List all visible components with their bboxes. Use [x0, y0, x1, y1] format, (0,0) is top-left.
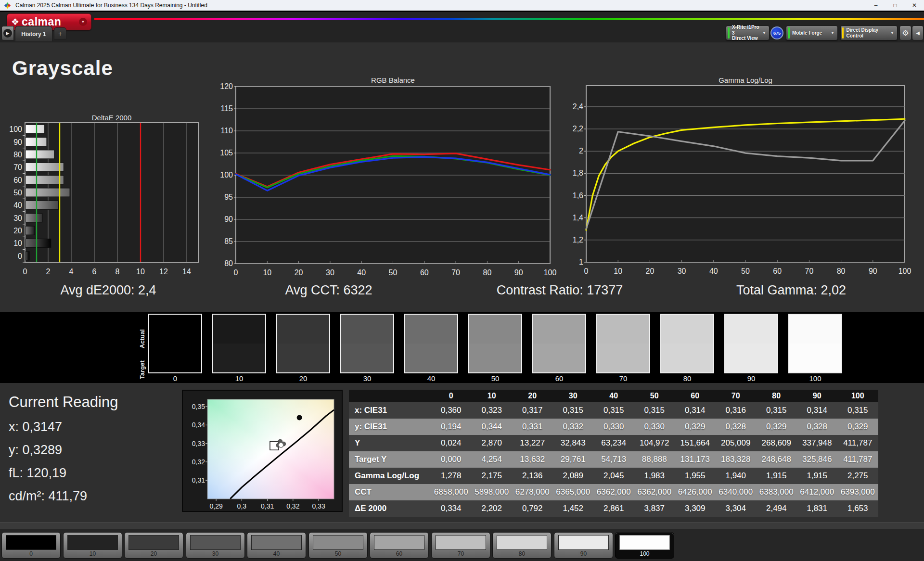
- total-gamma-stat: Total Gamma: 2,02: [736, 283, 846, 298]
- svg-text:10: 10: [263, 268, 271, 277]
- svg-text:50: 50: [389, 268, 398, 277]
- table-cell: 6426,000: [675, 484, 716, 500]
- patch-color-swatch: [67, 535, 118, 550]
- patch-button-80[interactable]: 80: [492, 532, 552, 559]
- svg-text:6: 6: [92, 268, 97, 276]
- patch-button-70[interactable]: 70: [431, 532, 490, 559]
- minimize-button[interactable]: –: [866, 0, 886, 11]
- table-col-header: 100: [837, 390, 878, 402]
- chevron-down-icon: ▼: [762, 31, 766, 35]
- actual-swatch-half: [149, 315, 201, 344]
- chevron-down-icon: ▼: [831, 31, 834, 35]
- table-row: x: CIE310,3600,3230,3170,3150,3150,3150,…: [349, 402, 878, 419]
- tab-scroll-button[interactable]: ▶: [1, 26, 14, 40]
- svg-text:0,31: 0,31: [192, 476, 205, 484]
- contrast-ratio-stat: Contrast Ratio: 17377: [497, 283, 623, 298]
- page-title: Grayscale: [12, 57, 113, 80]
- patch-button-20[interactable]: 20: [124, 532, 183, 559]
- table-row-label: ΔE 2000: [349, 500, 431, 517]
- current-reading-title: Current Reading: [9, 394, 118, 411]
- patch-button-0[interactable]: 0: [1, 532, 61, 559]
- titlebar: Calman 2025 Calman Ultimate for Business…: [0, 0, 924, 11]
- svg-text:14: 14: [182, 268, 191, 276]
- table-corner-cell: [349, 390, 431, 402]
- svg-text:70: 70: [451, 268, 460, 277]
- patch-button-100[interactable]: 100: [615, 532, 674, 559]
- svg-text:1,4: 1,4: [573, 214, 583, 222]
- swatch-level-label: 80: [660, 374, 714, 382]
- table-cell: 268,609: [756, 435, 797, 451]
- patch-button-label: 70: [432, 550, 490, 557]
- table-cell: 2,494: [756, 500, 797, 517]
- svg-text:1: 1: [579, 258, 583, 266]
- table-cell: 0,332: [553, 419, 594, 435]
- table-cell: 1,915: [797, 468, 838, 484]
- table-cell: 2,870: [472, 435, 513, 451]
- table-row-label: Y: [349, 435, 431, 451]
- display-control-label: Direct Display Control: [846, 27, 890, 38]
- table-cell: 6365,000: [553, 484, 594, 500]
- table-cell: 0,317: [512, 402, 553, 419]
- table-cell: 2,136: [512, 468, 553, 484]
- table-col-header: 10: [472, 390, 513, 402]
- patch-button-60[interactable]: 60: [370, 532, 429, 559]
- grayscale-swatch-60: [532, 314, 586, 373]
- table-col-header: 30: [553, 390, 594, 402]
- table-row: Target Y0,0004,25413,63229,76154,71388,8…: [349, 451, 878, 468]
- table-cell: 325,846: [797, 451, 838, 468]
- patch-button-label: 40: [247, 550, 306, 557]
- target-swatch-half: [597, 344, 649, 372]
- meter-dropdown[interactable]: X-Rite i1Pro 3Direct View ▼: [726, 26, 770, 40]
- svg-text:40: 40: [357, 268, 366, 277]
- svg-text:50: 50: [741, 267, 750, 275]
- patch-button-label: 0: [2, 550, 60, 557]
- table-cell: 13,632: [512, 451, 553, 468]
- svg-text:1,2: 1,2: [573, 236, 583, 244]
- settings-button[interactable]: ⚙: [899, 26, 911, 40]
- table-cell: 1,278: [431, 468, 472, 484]
- table-cell: 1,831: [797, 500, 838, 517]
- display-control-dropdown[interactable]: Direct Display Control ▼: [840, 26, 898, 40]
- tab-history-1[interactable]: History 1: [15, 26, 52, 41]
- table-cell: 0,315: [756, 402, 797, 419]
- table-cell: 6412,000: [797, 484, 838, 500]
- svg-text:10: 10: [614, 267, 622, 275]
- table-cell: 63,234: [593, 435, 634, 451]
- swatch-level-label: 40: [404, 374, 458, 382]
- close-button[interactable]: ✕: [905, 0, 924, 11]
- svg-text:0,29: 0,29: [209, 502, 222, 510]
- svg-text:100: 100: [898, 267, 911, 275]
- patch-button-30[interactable]: 30: [186, 532, 245, 559]
- table-cell: 0,323: [472, 402, 513, 419]
- table-cell: 5898,000: [472, 484, 513, 500]
- table-cell: 4,254: [472, 451, 513, 468]
- patch-color-swatch: [558, 535, 609, 550]
- grayscale-swatch-0: [148, 314, 202, 373]
- patch-color-swatch: [251, 535, 302, 550]
- grayscale-swatch-20: [276, 314, 330, 373]
- patch-button-10[interactable]: 10: [63, 532, 122, 559]
- app-icon: [4, 2, 11, 9]
- table-cell: 2,202: [472, 500, 513, 517]
- table-cell: 411,787: [837, 451, 878, 468]
- table-cell: 131,173: [675, 451, 716, 468]
- table-cell: 0,330: [634, 419, 675, 435]
- patch-button-90[interactable]: 90: [554, 532, 613, 559]
- table-cell: 2,045: [593, 468, 634, 484]
- collapse-panel-button[interactable]: ◀: [912, 26, 924, 40]
- table-row: Y0,0242,87013,22732,84363,234104,972151,…: [349, 435, 878, 451]
- target-swatch-half: [725, 344, 777, 372]
- source-dropdown[interactable]: Mobile Forge ▼: [786, 26, 838, 40]
- actual-swatch-half: [789, 315, 841, 344]
- swatch-level-label: 0: [148, 374, 202, 382]
- svg-text:12: 12: [159, 268, 168, 276]
- patch-button-label: 80: [493, 550, 551, 557]
- add-tab-button[interactable]: +: [54, 27, 66, 39]
- patch-button-50[interactable]: 50: [308, 532, 368, 559]
- svg-text:60: 60: [13, 176, 22, 184]
- grayscale-swatch-90: [724, 314, 778, 373]
- maximize-button[interactable]: □: [886, 0, 905, 11]
- patch-button-40[interactable]: 40: [247, 532, 306, 559]
- table-cell: 151,664: [675, 435, 716, 451]
- svg-text:90: 90: [13, 138, 22, 146]
